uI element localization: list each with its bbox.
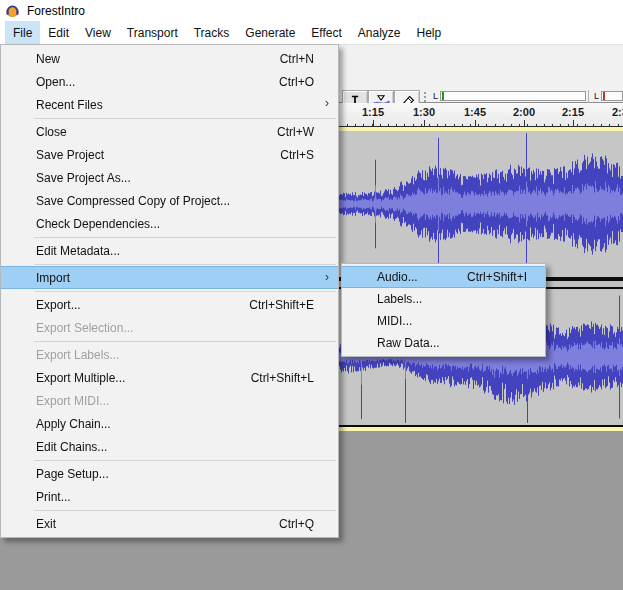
timeline-minor-tick (454, 124, 455, 126)
timeline-label: 1:30 (413, 106, 435, 118)
menubar-item-help[interactable]: Help (409, 21, 450, 44)
window-title: ForestIntro (27, 4, 85, 18)
timeline-label: 2:30 (612, 106, 623, 118)
timeline-minor-tick (560, 124, 561, 126)
timeline-minor-tick (593, 124, 594, 126)
menu-item-label: Export... (36, 298, 81, 312)
menu-item-audio[interactable]: Audio...Ctrl+Shift+I (342, 266, 545, 288)
menu-item-raw-data[interactable]: Raw Data... (342, 332, 545, 354)
meter-channel-label: L (592, 91, 601, 101)
menu-item-shortcut: Ctrl+Shift+I (467, 270, 535, 284)
menu-item-page-setup[interactable]: Page Setup... (1, 462, 338, 485)
menu-item-save-project-as[interactable]: Save Project As... (1, 166, 338, 189)
menu-item-label: Open... (36, 75, 75, 89)
timeline-minor-tick (380, 124, 381, 126)
menu-bar: FileEditViewTransportTracksGenerateEffec… (0, 21, 623, 44)
menu-item-label: Save Project As... (36, 171, 131, 185)
timeline-label: 1:45 (464, 106, 486, 118)
timeline-label: 2:15 (562, 106, 584, 118)
menu-item-export-multiple[interactable]: Export Multiple...Ctrl+Shift+L (1, 366, 338, 389)
menu-item-label: Import (36, 271, 70, 285)
menu-item-labels[interactable]: Labels... (342, 288, 545, 310)
menu-item-recent-files[interactable]: Recent Files› (1, 93, 338, 116)
menu-item-label: Print... (36, 490, 71, 504)
timeline-minor-tick (437, 124, 438, 126)
menu-item-label: Raw Data... (377, 336, 440, 350)
menu-item-label: Exit (36, 517, 56, 531)
menu-item-apply-chain[interactable]: Apply Chain... (1, 412, 338, 435)
timeline-minor-tick (527, 124, 528, 126)
menubar-item-analyze[interactable]: Analyze (350, 21, 409, 44)
timeline-minor-tick (421, 124, 422, 126)
timeline-major-tick (373, 120, 374, 126)
menu-item-shortcut: Ctrl+Shift+E (249, 298, 328, 312)
menubar-item-file[interactable]: File (5, 21, 40, 44)
meter-level-tick (603, 92, 605, 100)
meter-bar (601, 91, 623, 101)
menu-item-close[interactable]: CloseCtrl+W (1, 120, 338, 143)
menubar-item-label: View (85, 26, 111, 40)
timeline-minor-tick (601, 124, 602, 126)
menu-item-label: Labels... (377, 292, 422, 306)
menu-item-save-compressed-copy-of-project[interactable]: Save Compressed Copy of Project... (1, 189, 338, 212)
menu-item-edit-metadata[interactable]: Edit Metadata... (1, 239, 338, 262)
menu-item-shortcut: Ctrl+Q (279, 517, 328, 531)
audacity-logo-icon (5, 3, 20, 18)
menubar-item-view[interactable]: View (77, 21, 119, 44)
menu-item-label: Apply Chain... (36, 417, 111, 431)
timeline-minor-tick (552, 124, 553, 126)
timeline-minor-tick (511, 124, 512, 126)
timeline-minor-tick (413, 124, 414, 126)
menu-item-label: Audio... (377, 270, 418, 284)
menu-item-open[interactable]: Open...Ctrl+O (1, 70, 338, 93)
timeline-minor-tick (568, 124, 569, 126)
menu-item-shortcut: Ctrl+Shift+L (251, 371, 328, 385)
menubar-item-label: Transport (127, 26, 178, 40)
timeline-minor-tick (396, 124, 397, 126)
menubar-item-tracks[interactable]: Tracks (186, 21, 238, 44)
menu-item-export-selection: Export Selection... (1, 316, 338, 339)
timeline-minor-tick (618, 124, 619, 126)
menu-item-new[interactable]: NewCtrl+N (1, 47, 338, 70)
import-submenu: Audio...Ctrl+Shift+ILabels...MIDI...Raw … (341, 263, 546, 357)
menu-item-print[interactable]: Print... (1, 485, 338, 508)
timeline-minor-tick (585, 124, 586, 126)
menu-item-check-dependencies[interactable]: Check Dependencies... (1, 212, 338, 235)
menubar-item-label: Generate (245, 26, 295, 40)
meter-level-tick (442, 92, 444, 100)
menu-item-export[interactable]: Export...Ctrl+Shift+E (1, 293, 338, 316)
menu-item-label: Export Labels... (36, 348, 119, 362)
menu-item-label: Page Setup... (36, 467, 109, 481)
timeline-major-tick (475, 120, 476, 126)
timeline-minor-tick (462, 124, 463, 126)
menu-item-import[interactable]: Import› (1, 266, 338, 289)
menubar-item-effect[interactable]: Effect (303, 21, 349, 44)
timeline-minor-tick (495, 124, 496, 126)
menu-item-save-project[interactable]: Save ProjectCtrl+S (1, 143, 338, 166)
timeline-minor-tick (470, 124, 471, 126)
timeline-label: 2:00 (513, 106, 535, 118)
menu-item-label: Export Multiple... (36, 371, 125, 385)
timeline-minor-tick (609, 124, 610, 126)
menu-item-midi[interactable]: MIDI... (342, 310, 545, 332)
timeline-minor-tick (372, 124, 373, 126)
timeline-minor-tick (577, 124, 578, 126)
timeline-minor-tick (536, 124, 537, 126)
timeline-minor-tick (355, 124, 356, 126)
menubar-item-label: Tracks (194, 26, 230, 40)
timeline-minor-tick (544, 124, 545, 126)
timeline-minor-tick (388, 124, 389, 126)
timeline-minor-tick (503, 124, 504, 126)
menu-item-label: Edit Metadata... (36, 244, 120, 258)
timeline-minor-tick (429, 124, 430, 126)
menubar-item-transport[interactable]: Transport (119, 21, 186, 44)
menu-item-edit-chains[interactable]: Edit Chains... (1, 435, 338, 458)
menu-item-shortcut: Ctrl+S (280, 148, 328, 162)
menubar-item-label: Help (417, 26, 442, 40)
menubar-item-generate[interactable]: Generate (237, 21, 303, 44)
timeline-label: 1:15 (362, 106, 384, 118)
timeline-minor-tick (404, 124, 405, 126)
menu-item-exit[interactable]: ExitCtrl+Q (1, 512, 338, 535)
menubar-item-edit[interactable]: Edit (40, 21, 77, 44)
menubar-item-label: Analyze (358, 26, 401, 40)
